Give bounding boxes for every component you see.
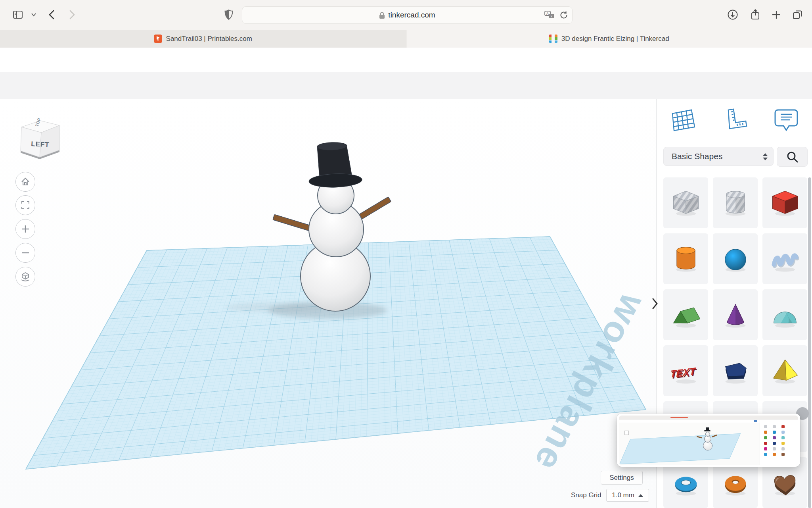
zoom-in-button[interactable] bbox=[15, 219, 35, 239]
snap-grid-dropdown[interactable]: 1.0 mm bbox=[606, 489, 649, 502]
shape-search-button[interactable] bbox=[777, 147, 808, 167]
ruler-tool-icon[interactable] bbox=[721, 107, 749, 133]
mini-shapes-panel bbox=[760, 419, 798, 465]
home-view-button[interactable] bbox=[15, 172, 35, 192]
mini-browser-chrome bbox=[619, 416, 798, 419]
mini-workplane bbox=[619, 433, 741, 464]
edit-toolbar: Import Export Send To bbox=[0, 72, 812, 100]
back-icon[interactable] bbox=[46, 9, 57, 21]
share-icon[interactable] bbox=[749, 9, 761, 21]
url-text: tinkercad.com bbox=[388, 11, 435, 19]
printables-icon bbox=[154, 35, 162, 43]
snowman-hat[interactable] bbox=[308, 141, 362, 189]
tinkercad-safari-window: tinkercad.com Ax SandTrail0 bbox=[0, 0, 812, 508]
tab-printables[interactable]: SandTrail03 | Printables.com bbox=[0, 30, 406, 48]
shape-scribble[interactable] bbox=[762, 233, 807, 284]
snap-grid-value: 1.0 mm bbox=[612, 491, 634, 499]
dropdown-arrow-icon bbox=[638, 494, 643, 497]
view-cube-front-label[interactable]: LEFT bbox=[31, 140, 50, 148]
panel-scrollbar[interactable] bbox=[808, 177, 811, 508]
panel-collapse-chevron[interactable] bbox=[648, 294, 662, 313]
notes-tool-icon[interactable] bbox=[772, 107, 800, 133]
browser-toolbar: tinkercad.com Ax bbox=[0, 0, 812, 30]
shape-round-roof[interactable] bbox=[762, 289, 807, 340]
svg-text:x: x bbox=[551, 14, 553, 18]
workplane-tool-icon[interactable] bbox=[669, 107, 697, 133]
snap-grid-label: Snap Grid bbox=[571, 491, 601, 499]
tab-overview-icon[interactable] bbox=[792, 9, 804, 21]
mini-snowman-head bbox=[705, 432, 710, 437]
shape-pyramid[interactable] bbox=[762, 345, 807, 396]
search-icon bbox=[786, 150, 799, 163]
shape-cylinder-hole[interactable] bbox=[713, 177, 758, 228]
translate-icon[interactable]: Ax bbox=[544, 11, 555, 19]
tinkercad-icon bbox=[549, 35, 557, 43]
view-cube[interactable]: LEFT TOP bbox=[16, 115, 65, 163]
shape-category-value: Basic Shapes bbox=[672, 152, 722, 161]
privacy-shield-icon[interactable] bbox=[223, 9, 235, 21]
tab-label: 3D design Frantic Elzing | Tinkercad bbox=[561, 35, 669, 43]
preview-thumbnail-content bbox=[619, 416, 798, 465]
shape-box-hole[interactable] bbox=[663, 177, 708, 228]
zoom-out-button[interactable] bbox=[15, 243, 35, 263]
shape-cone[interactable] bbox=[713, 289, 758, 340]
mini-view-cube bbox=[624, 431, 629, 435]
shape-roof[interactable] bbox=[663, 289, 708, 340]
shape-cylinder[interactable] bbox=[663, 233, 708, 284]
address-bar[interactable]: tinkercad.com Ax bbox=[242, 6, 573, 24]
forward-icon[interactable] bbox=[66, 9, 78, 21]
shape-box[interactable] bbox=[762, 177, 807, 228]
settings-button[interactable]: Settings bbox=[601, 471, 643, 485]
viewport-3d[interactable]: workplane bbox=[0, 99, 656, 508]
shape-sphere[interactable] bbox=[713, 233, 758, 284]
toggle-orthographic-button[interactable] bbox=[15, 267, 35, 287]
workplane-scene: workplane bbox=[0, 99, 656, 508]
reload-icon[interactable] bbox=[559, 11, 568, 19]
tab-label: SandTrail03 | Printables.com bbox=[166, 35, 252, 43]
shape-polygon[interactable] bbox=[713, 345, 758, 396]
stepper-arrows-icon bbox=[763, 147, 768, 166]
sidebar-toggle-icon[interactable] bbox=[12, 9, 24, 21]
snowman-left-arm[interactable] bbox=[273, 214, 311, 231]
app-header: TINKERCAD snowman bbox=[0, 48, 812, 72]
new-tab-icon[interactable] bbox=[770, 9, 782, 21]
tab-tinkercad[interactable]: 3D design Frantic Elzing | Tinkercad bbox=[406, 30, 812, 48]
svg-text:A: A bbox=[546, 12, 549, 15]
shape-text[interactable]: TEXTTEXT bbox=[663, 345, 708, 396]
lock-icon bbox=[379, 12, 385, 19]
snowman-right-arm[interactable] bbox=[359, 197, 391, 219]
shape-category-dropdown[interactable]: Basic Shapes bbox=[663, 147, 774, 166]
downloads-icon[interactable] bbox=[727, 9, 739, 21]
tab-bar: SandTrail03 | Printables.com 3D design F… bbox=[0, 30, 812, 48]
tab-group-chevron-icon[interactable] bbox=[28, 9, 40, 21]
fit-all-button[interactable] bbox=[15, 195, 35, 215]
preview-thumbnail[interactable] bbox=[617, 414, 800, 467]
